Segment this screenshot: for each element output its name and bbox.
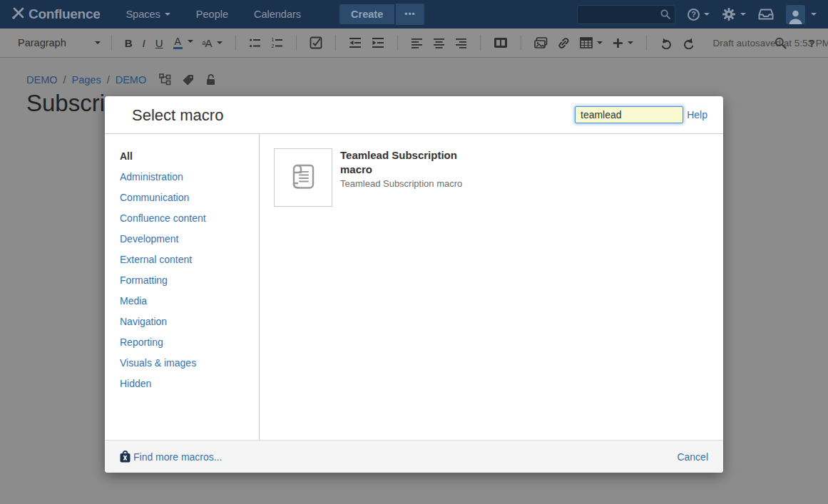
logo-text: Confluence	[29, 6, 100, 22]
gear-icon	[722, 7, 736, 21]
insert-table-button[interactable]	[580, 37, 603, 48]
page-tree-icon[interactable]	[159, 73, 171, 86]
align-center-button[interactable]	[433, 38, 445, 48]
category-navigation[interactable]: Navigation	[120, 316, 259, 327]
page-layout-button[interactable]	[494, 37, 508, 48]
svg-text:2: 2	[271, 43, 274, 48]
macro-search-input[interactable]	[575, 106, 683, 123]
create-button[interactable]: Create	[339, 4, 394, 24]
chevron-down-icon	[95, 41, 101, 47]
chevron-down-icon	[165, 13, 170, 19]
nav-calendars[interactable]: Calendars	[254, 9, 301, 20]
insert-more-content-button[interactable]	[613, 38, 633, 48]
formatting-styles-button[interactable]: aA	[203, 37, 223, 49]
nav-spaces[interactable]: Spaces	[126, 9, 170, 20]
text-color-button[interactable]: A	[173, 37, 183, 49]
macro-icon-box	[274, 148, 332, 207]
help-menu[interactable]: ?	[688, 9, 710, 21]
align-right-button[interactable]	[455, 38, 467, 48]
breadcrumb: DEMO / Pages / DEMO	[26, 73, 216, 86]
align-left-button[interactable]	[411, 38, 423, 48]
scroll-macro-icon	[285, 160, 321, 195]
toolbar-separator	[296, 35, 297, 51]
category-visuals-images[interactable]: Visuals & images	[120, 357, 259, 369]
unlock-icon[interactable]	[205, 73, 216, 86]
editor-toolbar: Paragraph B I U A aA 12	[0, 29, 828, 58]
toolbar-separator	[335, 35, 336, 51]
app-header: Confluence Spaces People Calendars Creat…	[0, 0, 828, 29]
color-swatch	[173, 47, 183, 49]
dialog-title: Select macro	[132, 106, 223, 125]
category-formatting[interactable]: Formatting	[120, 274, 259, 286]
confluence-logo[interactable]: Confluence	[11, 6, 100, 24]
dialog-header: Select macro Help	[105, 96, 723, 134]
chevron-down-icon	[217, 41, 223, 47]
global-search	[577, 5, 675, 24]
more-menu-button[interactable]: •••	[396, 4, 424, 25]
cancel-button[interactable]: Cancel	[677, 451, 708, 463]
category-reporting[interactable]: Reporting	[120, 336, 259, 348]
help-icon: ?	[688, 9, 700, 21]
find-replace-button[interactable]	[775, 37, 787, 49]
numbered-list-button[interactable]: 12	[271, 37, 283, 49]
category-hidden[interactable]: Hidden	[120, 378, 259, 389]
marketplace-icon	[120, 451, 131, 463]
confluence-logo-icon	[11, 6, 29, 24]
category-communication[interactable]: Communication	[120, 192, 259, 203]
macro-result-description: Teamlead Subscription macro	[340, 178, 472, 189]
label-tag-icon[interactable]	[183, 74, 194, 86]
italic-button[interactable]: I	[143, 37, 145, 49]
breadcrumb-space-link[interactable]: DEMO	[26, 74, 58, 86]
toolbar-separator	[111, 35, 112, 51]
avatar	[786, 5, 805, 24]
chevron-down-icon	[597, 41, 603, 47]
notifications-tray[interactable]	[758, 8, 774, 21]
chevron-down-icon	[740, 13, 746, 19]
macro-result-title: Teamlead Subscription macro	[340, 148, 472, 177]
toolbar-separator	[521, 35, 521, 51]
category-media[interactable]: Media	[120, 295, 259, 307]
category-confluence-content[interactable]: Confluence content	[120, 212, 259, 224]
find-more-macros-link[interactable]: Find more macros...	[120, 451, 222, 463]
select-macro-dialog: Select macro Help All Administration Com…	[105, 96, 723, 473]
user-menu[interactable]	[786, 5, 817, 24]
indent-button[interactable]	[372, 37, 384, 48]
underline-button[interactable]: U	[155, 37, 163, 49]
nav-people[interactable]: People	[196, 9, 228, 20]
search-icon	[660, 9, 670, 19]
paragraph-style-dropdown[interactable]: Paragraph	[18, 37, 101, 48]
breadcrumb-pages-link[interactable]: Pages	[72, 74, 101, 86]
category-external-content[interactable]: External content	[120, 254, 259, 265]
toolbar-separator	[646, 35, 647, 51]
macro-results-panel: Teamlead Subscription macro Teamlead Sub…	[260, 134, 723, 440]
chevron-down-icon	[704, 13, 710, 19]
insert-link-button[interactable]	[558, 37, 570, 49]
toolbar-separator	[235, 35, 236, 51]
settings-menu[interactable]	[722, 7, 746, 21]
category-development[interactable]: Development	[120, 233, 259, 245]
chevron-down-icon	[811, 13, 817, 19]
editor-help-button[interactable]: ?	[809, 37, 815, 49]
category-administration[interactable]: Administration	[120, 171, 259, 182]
macro-result-teamlead-subscription[interactable]: Teamlead Subscription macro Teamlead Sub…	[274, 148, 709, 207]
category-all[interactable]: All	[120, 150, 259, 162]
dialog-footer: Find more macros... Cancel	[105, 440, 723, 473]
undo-button[interactable]	[660, 37, 673, 49]
redo-button[interactable]	[683, 37, 695, 49]
search-icon	[775, 37, 787, 49]
bold-button[interactable]: B	[125, 37, 133, 49]
breadcrumb-page-link[interactable]: DEMO	[116, 74, 147, 86]
svg-text:1: 1	[271, 37, 274, 42]
bullet-list-button[interactable]	[249, 37, 261, 49]
insert-image-button[interactable]	[534, 37, 548, 49]
chevron-down-icon	[628, 41, 633, 47]
toolbar-separator	[397, 35, 398, 51]
toolbar-separator	[480, 35, 481, 51]
macro-category-list: All Administration Communication Conflue…	[105, 134, 260, 440]
help-link[interactable]: Help	[687, 109, 707, 120]
task-list-button[interactable]	[310, 36, 322, 49]
outdent-button[interactable]	[349, 37, 362, 48]
inbox-tray-icon	[758, 8, 774, 21]
chevron-down-icon[interactable]	[188, 40, 193, 46]
